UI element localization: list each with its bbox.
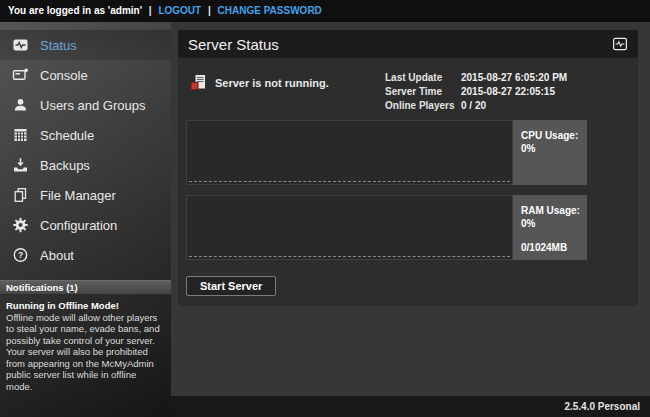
- ram-usage-detail: 0/1024MB: [521, 241, 587, 254]
- sidebar-item-label: Status: [40, 38, 77, 53]
- ram-usage-chart: [186, 195, 513, 260]
- logged-in-text: You are logged in as 'admin': [8, 5, 142, 16]
- topbar: You are logged in as 'admin' | LOGOUT | …: [0, 0, 650, 22]
- console-icon: [12, 67, 29, 83]
- sidebar-item-file-manager[interactable]: File Manager: [0, 180, 171, 210]
- sidebar-item-about[interactable]: ? About: [0, 240, 171, 270]
- sidebar-item-schedule[interactable]: Schedule: [0, 120, 171, 150]
- cpu-usage-label: CPU Usage:: [521, 129, 587, 142]
- sidebar-item-label: Console: [40, 68, 88, 83]
- notification-text: Offline mode will allow other players to…: [6, 312, 165, 393]
- last-update-value: 2015-08-27 6:05:20 PM: [461, 72, 567, 83]
- sidebar-item-status[interactable]: Status: [0, 30, 171, 60]
- server-info: Last Update 2015-08-27 6:05:20 PM Server…: [385, 72, 567, 111]
- panel-body: Server is not running. Last Update 2015-…: [178, 58, 638, 306]
- cpu-usage-chart: [186, 120, 513, 185]
- file-manager-icon: [12, 187, 29, 203]
- users-icon: [12, 97, 29, 113]
- online-players-value: 0 / 20: [461, 100, 567, 111]
- chart-baseline: [189, 181, 510, 182]
- notifications-header: Notifications (1): [0, 280, 171, 295]
- separator: |: [149, 5, 152, 16]
- server-status-message: Server is not running.: [215, 77, 329, 89]
- logout-link[interactable]: LOGOUT: [158, 5, 201, 16]
- chart-baseline: [189, 256, 510, 257]
- info-label: Server Time: [385, 86, 461, 97]
- panel-header: Server Status: [178, 30, 638, 58]
- sidebar-item-label: Schedule: [40, 128, 94, 143]
- info-label: Online Players: [385, 100, 461, 111]
- configuration-icon: [12, 217, 29, 233]
- notification-title: Running in Offline Mode!: [6, 300, 165, 312]
- sidebar: Status Console Users and Groups: [0, 22, 171, 417]
- status-icon: [612, 37, 628, 51]
- cpu-usage-row: CPU Usage: 0%: [186, 120, 630, 185]
- version-text: 2.5.4.0 Personal: [564, 401, 640, 412]
- notifications-panel: Notifications (1) Running in Offline Mod…: [0, 280, 171, 392]
- notification-item: Running in Offline Mode! Offline mode wi…: [0, 295, 171, 392]
- sidebar-item-users-and-groups[interactable]: Users and Groups: [0, 90, 171, 120]
- main-region: Server Status: [171, 22, 650, 417]
- ram-usage-box: RAM Usage: 0% 0/1024MB: [513, 195, 587, 260]
- status-icon: [12, 37, 29, 53]
- svg-text:?: ?: [18, 250, 23, 260]
- mcmyadmin-app: You are logged in as 'admin' | LOGOUT | …: [0, 0, 650, 417]
- cpu-usage-value: 0%: [521, 142, 587, 155]
- start-server-button[interactable]: Start Server: [186, 276, 276, 296]
- ram-usage-row: RAM Usage: 0% 0/1024MB: [186, 195, 630, 260]
- ram-usage-label: RAM Usage:: [521, 204, 587, 217]
- sidebar-item-backups[interactable]: Backups: [0, 150, 171, 180]
- sidebar-item-label: Backups: [40, 158, 90, 173]
- status-row: Server is not running. Last Update 2015-…: [186, 70, 630, 116]
- change-password-link[interactable]: CHANGE PASSWORD: [218, 5, 322, 16]
- server-status-panel: Server Status: [178, 30, 638, 306]
- page-title: Server Status: [188, 36, 279, 53]
- cpu-usage-box: CPU Usage: 0%: [513, 120, 587, 185]
- server-stopped-icon: [190, 74, 207, 91]
- sidebar-item-label: Configuration: [40, 218, 117, 233]
- separator: |: [208, 5, 211, 16]
- footer-bar: 2.5.4.0 Personal: [171, 396, 650, 417]
- page-background: [171, 306, 650, 396]
- sidebar-item-label: File Manager: [40, 188, 116, 203]
- sidebar-item-label: About: [40, 248, 74, 263]
- server-time-value: 2015-08-27 22:05:15: [461, 86, 567, 97]
- sidebar-item-console[interactable]: Console: [0, 60, 171, 90]
- schedule-icon: [12, 127, 29, 143]
- ram-usage-value: 0%: [521, 217, 587, 230]
- sidebar-item-configuration[interactable]: Configuration: [0, 210, 171, 240]
- backups-icon: [12, 157, 29, 173]
- info-label: Last Update: [385, 72, 461, 83]
- about-icon: ?: [12, 247, 29, 263]
- sidebar-item-label: Users and Groups: [40, 98, 146, 113]
